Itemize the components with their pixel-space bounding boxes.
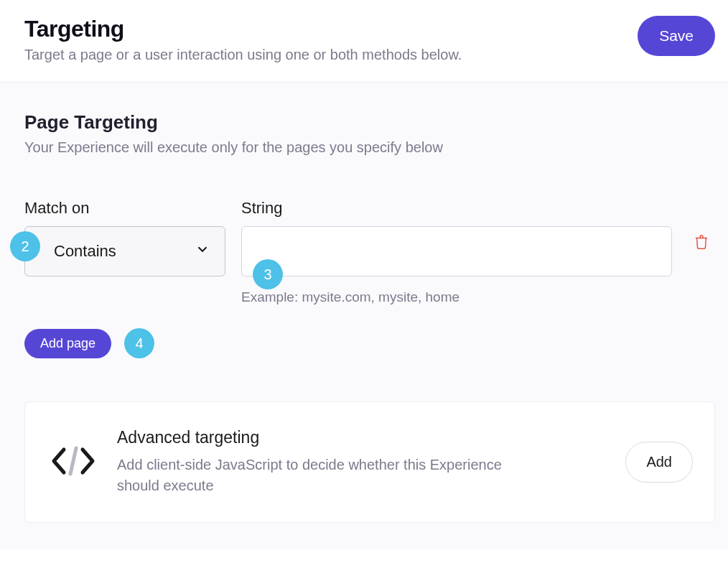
targeting-fields-row: Match on 2 Contains String 3 Example: my… xyxy=(24,199,715,305)
page-title: Targeting xyxy=(24,16,638,42)
add-page-button[interactable]: Add page xyxy=(24,329,111,358)
step-badge-2: 2 xyxy=(10,231,40,261)
step-badge-3: 3 xyxy=(253,259,283,289)
save-button[interactable]: Save xyxy=(638,16,715,56)
match-on-select[interactable]: Contains xyxy=(24,226,225,276)
section-subtitle-page-targeting: Your Experience will execute only for th… xyxy=(24,139,715,156)
svg-line-0 xyxy=(70,448,76,474)
delete-row-button[interactable] xyxy=(688,228,715,259)
advanced-targeting-title: Advanced targeting xyxy=(117,428,605,447)
advanced-text-block: Advanced targeting Add client-side JavaS… xyxy=(117,428,605,496)
delete-row-container xyxy=(688,199,715,259)
match-on-value: Contains xyxy=(54,242,116,261)
string-hint: Example: mysite.com, mysite, home xyxy=(241,289,672,305)
advanced-add-button[interactable]: Add xyxy=(625,442,693,483)
string-label: String xyxy=(241,199,672,218)
content-area: Page Targeting Your Experience will exec… xyxy=(0,83,728,549)
trash-icon xyxy=(694,242,709,253)
code-icon xyxy=(50,444,97,481)
step-badge-4: 4 xyxy=(124,328,154,358)
advanced-targeting-card: Advanced targeting Add client-side JavaS… xyxy=(24,401,715,523)
string-field: String 3 Example: mysite.com, mysite, ho… xyxy=(241,199,672,305)
header-text-block: Targeting Target a page or a user intera… xyxy=(24,16,638,63)
match-on-label: Match on xyxy=(24,199,225,218)
section-title-page-targeting: Page Targeting xyxy=(24,111,715,134)
page-subtitle: Target a page or a user interaction usin… xyxy=(24,47,638,63)
chevron-down-icon xyxy=(195,241,210,261)
add-page-row: Add page 4 xyxy=(24,328,715,358)
page-header: Targeting Target a page or a user intera… xyxy=(0,0,728,83)
string-input[interactable] xyxy=(241,226,672,276)
advanced-targeting-description: Add client-side JavaScript to decide whe… xyxy=(117,455,519,496)
match-on-field: Match on 2 Contains xyxy=(24,199,225,276)
